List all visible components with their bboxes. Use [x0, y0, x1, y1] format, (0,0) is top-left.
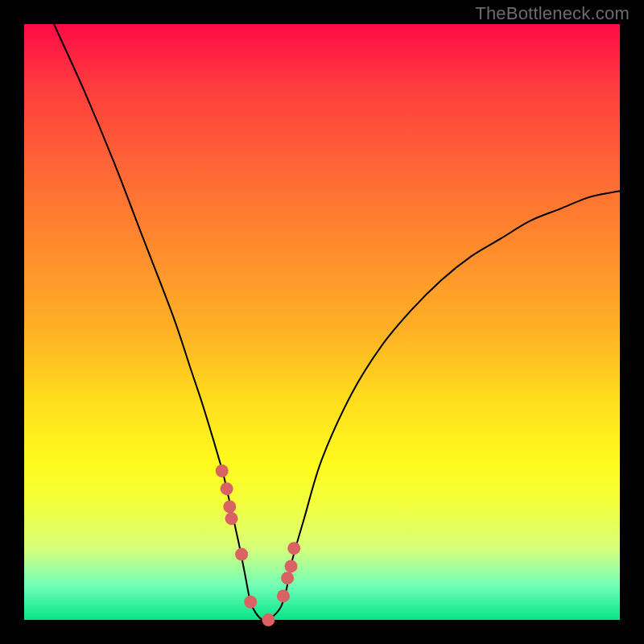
chart-svg — [24, 24, 620, 620]
curve-marker — [221, 482, 233, 495]
bottleneck-curve — [54, 24, 620, 621]
curve-marker — [244, 596, 257, 609]
plot-area — [24, 24, 620, 620]
curve-marker — [285, 559, 298, 572]
curve-marker — [225, 512, 238, 525]
curve-marker — [281, 572, 294, 584]
curve-marker — [216, 464, 229, 477]
curve-marker — [262, 613, 275, 626]
curve-marker — [235, 548, 248, 561]
curve-marker — [287, 542, 300, 555]
marker-group — [216, 464, 301, 626]
chart-frame: TheBottleneck.com — [0, 0, 644, 644]
curve-marker — [223, 500, 236, 513]
watermark-text: TheBottleneck.com — [475, 3, 630, 24]
curve-marker — [277, 589, 290, 602]
